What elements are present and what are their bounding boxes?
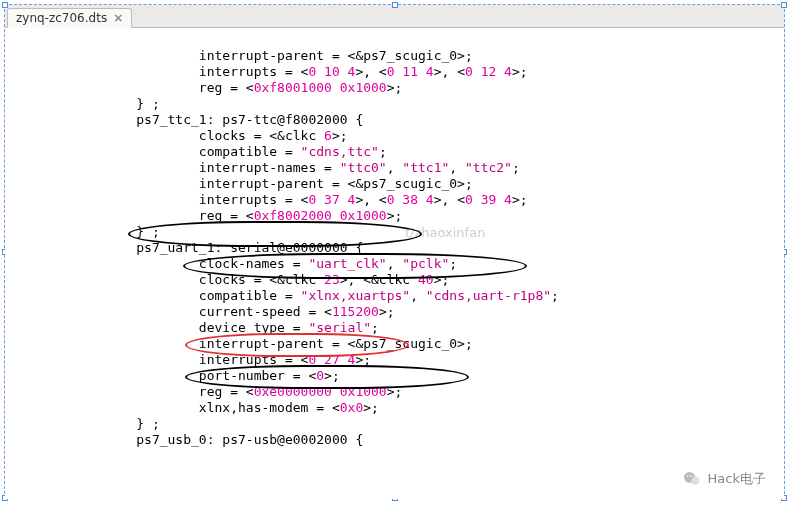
svg-point-4 <box>693 479 694 480</box>
brand-label: Hack电子 <box>708 471 766 487</box>
watermark-text: t/zhaoxinfan <box>405 225 485 241</box>
code-line: clocks = <&clkc 23>, <&clkc 40>; <box>199 272 449 287</box>
code-line: } ; <box>136 416 159 431</box>
code-line: clocks = <&clkc 6>; <box>199 128 348 143</box>
code-line: reg = <0xf8002000 0x1000>; <box>199 208 403 223</box>
svg-point-0 <box>684 472 695 483</box>
resize-handle[interactable] <box>2 2 8 8</box>
close-icon[interactable]: × <box>113 12 123 24</box>
code-line: interrupts = <0 10 4>, <0 11 4>, <0 12 4… <box>199 64 528 79</box>
svg-point-2 <box>686 475 688 477</box>
code-line: xlnx,has-modem = <0x0>; <box>199 400 379 415</box>
code-line: compatible = "cdns,ttc"; <box>199 144 387 159</box>
code-line: ps7_uart_1: serial@e0000000 { <box>136 240 363 255</box>
code-line: current-speed = <115200>; <box>199 304 395 319</box>
code-line: clock-names = "uart_clk", "pclk"; <box>199 256 457 271</box>
tab-bar: zynq-zc706.dts × <box>5 5 784 28</box>
code-line: compatible = "xlnx,xuartps", "cdns,uart-… <box>199 288 559 303</box>
resize-handle[interactable] <box>781 2 787 8</box>
code-line: interrupt-parent = <&ps7_scugic_0>; <box>199 48 473 63</box>
code-line: } ; <box>136 96 159 111</box>
wechat-icon <box>682 469 702 489</box>
code-line: interrupt-names = "ttc0", "ttc1", "ttc2"… <box>199 160 520 175</box>
code-line: ps7_ttc_1: ps7-ttc@f8002000 { <box>136 112 363 127</box>
svg-point-5 <box>695 479 696 480</box>
svg-point-1 <box>691 477 699 485</box>
code-line: port-number = <0>; <box>199 368 340 383</box>
brand-footer: Hack电子 <box>682 469 766 489</box>
code-line: device_type = "serial"; <box>199 320 379 335</box>
code-line: interrupts = <0 37 4>, <0 38 4>, <0 39 4… <box>199 192 528 207</box>
code-editor[interactable]: interrupt-parent = <&ps7_scugic_0>; inte… <box>5 28 784 499</box>
svg-point-3 <box>690 475 692 477</box>
code-line: } ; <box>136 224 159 239</box>
tab-file[interactable]: zynq-zc706.dts × <box>7 8 132 28</box>
code-line: reg = <0xf8001000 0x1000>; <box>199 80 403 95</box>
editor-window: zynq-zc706.dts × interrupt-parent = <&ps… <box>4 4 785 499</box>
code-line: interrupt-parent = <&ps7_scugic_0>; <box>199 336 473 351</box>
resize-handle[interactable] <box>392 2 398 8</box>
code-line: reg = <0xe0000000 0x1000>; <box>199 384 403 399</box>
code-line: interrupt-parent = <&ps7_scugic_0>; <box>199 176 473 191</box>
code-line: ps7_usb_0: ps7-usb@e0002000 { <box>136 432 363 447</box>
tab-filename: zynq-zc706.dts <box>16 11 107 25</box>
code-line: interrupts = <0 27 4>; <box>199 352 371 367</box>
